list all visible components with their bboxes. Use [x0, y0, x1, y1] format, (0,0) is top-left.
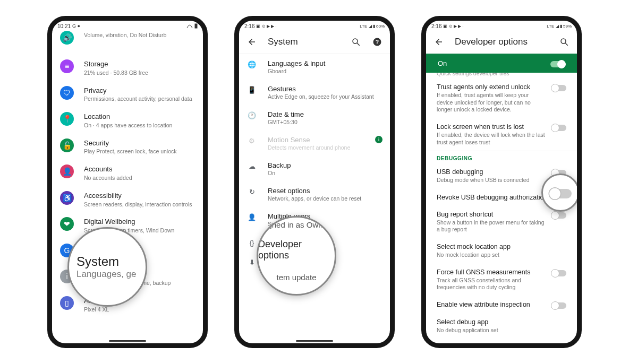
phone-settings: 10:21 G ● 🔊 SoundVolume, vibration, Do N…	[47, 16, 208, 348]
status-left-icons: G ●	[72, 23, 80, 29]
svg-text:?: ?	[376, 39, 379, 45]
row-icon: ⬇	[246, 258, 257, 266]
status-right-icons	[186, 23, 198, 29]
row-title: Digital Wellbeing	[84, 218, 196, 227]
row-title: Select debug app	[437, 318, 566, 326]
row-title: Location	[84, 112, 196, 122]
svg-point-5	[561, 39, 566, 44]
row-sub: Volume, vibration, Do Not Disturb	[84, 32, 196, 39]
status-bar: 2:16 ▣ ⊙ ▶ ▶ · LTE ◢ ▮ 59%	[426, 21, 577, 30]
system-row-reset-options[interactable]: ↻ Reset optionsNetwork, apps, or device …	[239, 181, 390, 207]
status-time: 2:16	[244, 23, 254, 29]
row-title: Bug report shortcut	[437, 211, 545, 218]
row-title: Accessibility	[84, 192, 196, 201]
row-sub: Network, apps, or device can be reset	[268, 195, 382, 202]
system-row-motion-sense[interactable]: ⚙ Motion SenseDetects movement around ph…	[239, 131, 390, 156]
row-icon: ≡	[60, 59, 74, 74]
row-icon: {}	[246, 239, 257, 247]
row-sub: Pixel 4 XL	[84, 306, 196, 314]
row-sub: Permissions, account activity, personal …	[84, 96, 196, 103]
usb-debug-toggle-big[interactable]	[549, 189, 572, 198]
settings-row-sound[interactable]: 🔊 SoundVolume, vibration, Do Not Disturb	[52, 30, 203, 55]
row-sub: On · 4 apps have access to location	[84, 122, 196, 129]
row-sub: On	[268, 170, 382, 176]
row-title: Trust agents only extend unlock	[437, 83, 545, 91]
row-icon: ☁	[246, 162, 257, 170]
row-title: Reset options	[268, 187, 382, 195]
search-icon[interactable]	[559, 37, 570, 47]
toggle-icon[interactable]	[551, 85, 566, 91]
devopt-select-mock-location-app[interactable]: Select mock location appNo mock location…	[426, 238, 577, 264]
help-icon[interactable]: ?	[372, 37, 382, 47]
info-badge-icon: i	[375, 136, 382, 143]
app-bar: System ?	[239, 30, 390, 54]
row-icon: 👤	[246, 213, 257, 221]
row-icon: 📱	[246, 86, 257, 94]
row-icon: 🔊	[60, 30, 74, 45]
row-icon: 🌐	[246, 60, 257, 68]
system-row-date-time[interactable]: 🕐 Date & timeGMT+05:30	[239, 105, 390, 131]
phone-devoptions: 2:16 ▣ ⊙ ▶ ▶ · LTE ◢ ▮ 59% Developer opt…	[421, 16, 582, 348]
row-title: Security	[84, 139, 196, 148]
row-sub: If enabled, the device will lock when th…	[437, 132, 545, 146]
page-title: Developer options	[455, 37, 548, 47]
home-indicator[interactable]	[296, 340, 333, 342]
settings-row-location[interactable]: 📍 LocationOn · 4 apps have access to loc…	[52, 107, 203, 134]
svg-rect-0	[195, 24, 198, 29]
toggle-icon[interactable]	[551, 125, 566, 131]
row-title: Gestures	[268, 85, 382, 93]
row-title: Select mock location app	[437, 243, 566, 250]
home-indicator[interactable]	[109, 340, 146, 342]
system-row-languages-input[interactable]: 🌐 Languages & inputGboard	[239, 54, 390, 80]
row-sub: GMT+05:30	[268, 119, 382, 125]
search-icon[interactable]	[351, 37, 361, 47]
settings-row-accounts[interactable]: 👤 AccountsNo accounts added	[52, 160, 203, 186]
back-icon[interactable]	[246, 37, 257, 47]
settings-row-storage[interactable]: ≡ Storage21% used · 50.83 GB free	[52, 55, 203, 81]
row-icon: ▯	[60, 296, 74, 310]
devopt-select-debug-app[interactable]: Select debug appNo debug application set	[426, 314, 577, 339]
row-sub: No debug application set	[437, 327, 566, 334]
master-toggle[interactable]	[550, 61, 565, 67]
row-icon: 👤	[60, 164, 74, 179]
magnifier-usb-toggle	[541, 174, 580, 212]
status-left-icons: ▣ ⊙ ▶ ▶ ·	[443, 24, 463, 29]
master-toggle-bar[interactable]: On	[426, 54, 577, 73]
row-title: Backup	[268, 161, 382, 169]
row-sub: Screen readers, display, interaction con…	[84, 201, 196, 209]
row-title: Privacy	[84, 86, 196, 96]
app-bar: Developer options	[426, 30, 577, 54]
cutoff-row: Quick settings developer tiles	[426, 73, 577, 79]
row-title: USB debugging	[437, 168, 545, 176]
settings-row-accessibility[interactable]: ♿ AccessibilityScreen readers, display, …	[52, 186, 203, 213]
section-debugging: DEBUGGING	[426, 151, 577, 163]
row-sub: 21% used · 50.83 GB free	[84, 70, 196, 77]
toggle-icon[interactable]	[551, 270, 566, 276]
row-sub: Track all GNSS constellations and freque…	[437, 277, 545, 291]
row-icon: 🔓	[60, 138, 74, 153]
settings-row-privacy[interactable]: 🛡 PrivacyPermissions, account activity, …	[52, 81, 203, 108]
settings-row-tips-&-support[interactable]: ? Tips & supportHelp articles, phone & c…	[52, 317, 203, 319]
devopt-enable-view-attribute-inspection[interactable]: Enable view attribute inspection	[426, 296, 577, 314]
row-title: Languages & input	[268, 59, 382, 67]
row-sub: Show a button in the power menu for taki…	[437, 219, 545, 233]
system-row-gestures[interactable]: 📱 GesturesActive Edge on, squeeze for yo…	[239, 80, 390, 105]
row-sub: No accounts added	[84, 175, 196, 182]
devopt-lock-screen-when-trust-is-lost[interactable]: Lock screen when trust is lostIf enabled…	[426, 118, 577, 151]
status-left-icons: ▣ ⊙ ▶ ▶ ·	[256, 24, 276, 29]
row-title: Date & time	[268, 110, 382, 118]
row-icon: ⚙	[246, 137, 257, 145]
status-time: 2:16	[431, 23, 441, 29]
devopt-force-full-gnss-measurements[interactable]: Force full GNSS measurementsTrack all GN…	[426, 264, 577, 296]
row-title: Enable view attribute inspection	[437, 301, 545, 308]
row-sub: Gboard	[268, 68, 382, 74]
row-sub: Play Protect, screen lock, face unlock	[84, 148, 196, 155]
back-icon[interactable]	[434, 37, 444, 47]
toggle-icon[interactable]	[551, 212, 566, 219]
toggle-icon[interactable]	[551, 302, 566, 309]
settings-row-security[interactable]: 🔓 SecurityPlay Protect, screen lock, fac…	[52, 134, 203, 160]
devopt-trust-agents-only-extend-unlock[interactable]: Trust agents only extend unlockIf enable…	[426, 79, 577, 118]
row-title: Lock screen when trust is lost	[437, 123, 545, 131]
magnifier-devopts: igned in as Owne Developer options tem u…	[257, 216, 336, 296]
system-row-backup[interactable]: ☁ BackupOn	[239, 156, 390, 181]
